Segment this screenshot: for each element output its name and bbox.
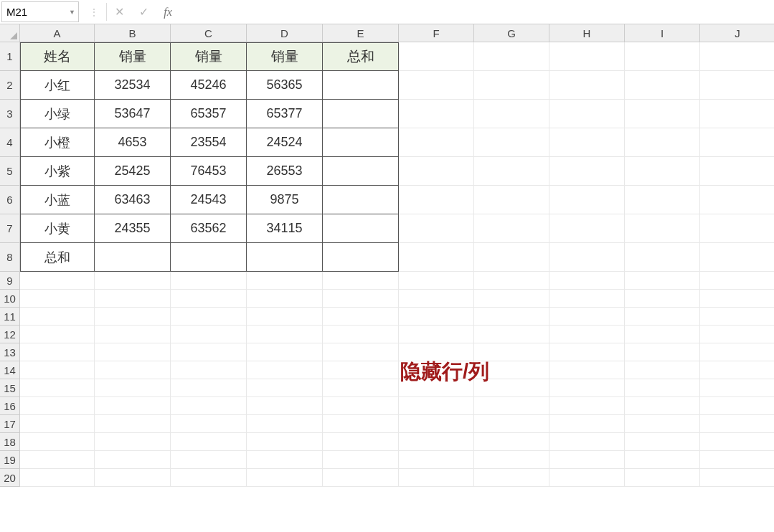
row-header-6[interactable]: 6 <box>0 186 20 214</box>
cell-D18[interactable] <box>247 433 323 451</box>
cell-B17[interactable] <box>95 415 171 433</box>
cell-I19[interactable] <box>625 451 700 469</box>
cell-I7[interactable] <box>625 214 700 243</box>
cell-F8[interactable] <box>399 243 474 272</box>
row-header-15[interactable]: 15 <box>0 379 20 397</box>
cell-J7[interactable] <box>700 214 774 243</box>
row-header-8[interactable]: 8 <box>0 243 20 272</box>
cell-H5[interactable] <box>549 157 625 186</box>
cell-E12[interactable] <box>323 326 399 343</box>
cell-D6[interactable]: 9875 <box>247 186 323 214</box>
cell-I10[interactable] <box>625 290 700 308</box>
cell-H16[interactable] <box>549 397 625 415</box>
cell-J18[interactable] <box>700 433 774 451</box>
row-header-14[interactable]: 14 <box>0 361 20 379</box>
cell-A10[interactable] <box>20 290 95 308</box>
spreadsheet-grid[interactable]: A B C D E F G H I J 1 姓名 销量 销量 销量 总和 2 小… <box>0 24 774 487</box>
row-header-2[interactable]: 2 <box>0 71 20 100</box>
row-header-9[interactable]: 9 <box>0 272 20 290</box>
cell-A1[interactable]: 姓名 <box>20 42 95 71</box>
cell-A8[interactable]: 总和 <box>20 243 95 272</box>
cell-D3[interactable]: 65377 <box>247 100 323 128</box>
cell-H1[interactable] <box>549 42 625 71</box>
cell-A4[interactable]: 小橙 <box>20 128 95 157</box>
cell-J19[interactable] <box>700 451 774 469</box>
cell-D1[interactable]: 销量 <box>247 42 323 71</box>
col-header-B[interactable]: B <box>95 24 171 42</box>
cell-C3[interactable]: 65357 <box>171 100 247 128</box>
cell-E14[interactable] <box>323 361 399 379</box>
row-header-20[interactable]: 20 <box>0 469 20 487</box>
cell-G19[interactable] <box>474 451 549 469</box>
cell-J14[interactable] <box>700 361 774 379</box>
cell-B2[interactable]: 32534 <box>95 71 171 100</box>
col-header-A[interactable]: A <box>20 24 95 42</box>
cell-B6[interactable]: 63463 <box>95 186 171 214</box>
cell-C4[interactable]: 23554 <box>171 128 247 157</box>
cell-A20[interactable] <box>20 469 95 487</box>
cell-G16[interactable] <box>474 397 549 415</box>
cell-H3[interactable] <box>549 100 625 128</box>
cell-C6[interactable]: 24543 <box>171 186 247 214</box>
cell-J1[interactable] <box>700 42 774 71</box>
cell-E19[interactable] <box>323 451 399 469</box>
cell-I17[interactable] <box>625 415 700 433</box>
row-header-3[interactable]: 3 <box>0 100 20 128</box>
cell-E4[interactable] <box>323 128 399 157</box>
cell-D11[interactable] <box>247 308 323 326</box>
cell-H17[interactable] <box>549 415 625 433</box>
cell-F19[interactable] <box>399 451 474 469</box>
cell-J2[interactable] <box>700 71 774 100</box>
cell-H9[interactable] <box>549 272 625 290</box>
cell-D20[interactable] <box>247 469 323 487</box>
name-box[interactable]: M21 ▼ <box>1 1 79 22</box>
cell-J9[interactable] <box>700 272 774 290</box>
cell-D17[interactable] <box>247 415 323 433</box>
cell-C19[interactable] <box>171 451 247 469</box>
select-all-corner[interactable] <box>0 24 20 42</box>
cell-H13[interactable] <box>549 343 625 361</box>
cell-I14[interactable] <box>625 361 700 379</box>
cell-F20[interactable] <box>399 469 474 487</box>
col-header-H[interactable]: H <box>549 24 625 42</box>
cell-B16[interactable] <box>95 397 171 415</box>
cell-C13[interactable] <box>171 343 247 361</box>
enter-icon[interactable]: ✓ <box>131 0 156 24</box>
cell-E9[interactable] <box>323 272 399 290</box>
cell-J16[interactable] <box>700 397 774 415</box>
cell-F16[interactable] <box>399 397 474 415</box>
cell-I18[interactable] <box>625 433 700 451</box>
cell-F5[interactable] <box>399 157 474 186</box>
cell-F2[interactable] <box>399 71 474 100</box>
cell-G13[interactable] <box>474 343 549 361</box>
cell-B4[interactable]: 4653 <box>95 128 171 157</box>
cell-C17[interactable] <box>171 415 247 433</box>
row-header-5[interactable]: 5 <box>0 157 20 186</box>
cell-F10[interactable] <box>399 290 474 308</box>
cell-G3[interactable] <box>474 100 549 128</box>
cell-D14[interactable] <box>247 361 323 379</box>
cell-J11[interactable] <box>700 308 774 326</box>
cell-E17[interactable] <box>323 415 399 433</box>
cell-F15[interactable] <box>399 379 474 397</box>
row-header-19[interactable]: 19 <box>0 451 20 469</box>
cell-H18[interactable] <box>549 433 625 451</box>
row-header-12[interactable]: 12 <box>0 326 20 343</box>
cell-C16[interactable] <box>171 397 247 415</box>
cell-G12[interactable] <box>474 326 549 343</box>
row-header-10[interactable]: 10 <box>0 290 20 308</box>
cell-G8[interactable] <box>474 243 549 272</box>
cell-A19[interactable] <box>20 451 95 469</box>
cell-H11[interactable] <box>549 308 625 326</box>
cell-G18[interactable] <box>474 433 549 451</box>
cell-J3[interactable] <box>700 100 774 128</box>
cell-E13[interactable] <box>323 343 399 361</box>
cell-E2[interactable] <box>323 71 399 100</box>
cell-C8[interactable] <box>171 243 247 272</box>
row-header-18[interactable]: 18 <box>0 433 20 451</box>
cell-E1[interactable]: 总和 <box>323 42 399 71</box>
cell-A5[interactable]: 小紫 <box>20 157 95 186</box>
cell-G1[interactable] <box>474 42 549 71</box>
cell-G9[interactable] <box>474 272 549 290</box>
cell-I16[interactable] <box>625 397 700 415</box>
